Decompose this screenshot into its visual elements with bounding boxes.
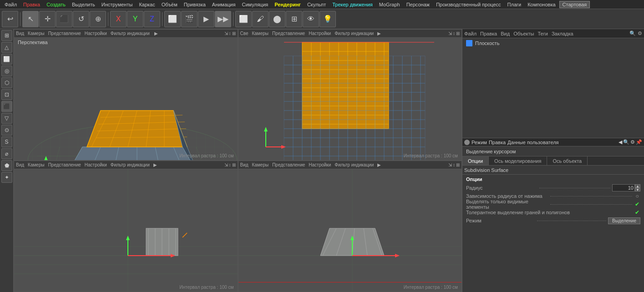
menu-simulation[interactable]: Симуляция [239,1,271,8]
axis-y-button[interactable]: Y [127,11,143,27]
move-button[interactable]: ✛ [39,11,56,27]
attr-pin-icon[interactable]: 📌 [636,139,642,145]
sidebar-btn-s[interactable]: S [1,136,12,147]
pressure-checkbox[interactable]: ○ [634,193,640,199]
menu-edit[interactable]: Правка [20,1,43,8]
menu-file[interactable]: Файл [2,1,20,8]
sidebar-btn-10[interactable]: ⬟ [1,160,12,171]
axis-z-button[interactable]: Z [144,11,160,27]
attr-search-icon[interactable]: 🔍 [623,139,629,145]
sidebar-btn-3[interactable]: ⬜ [1,54,12,65]
vp-tr-arrow[interactable]: ▶ [377,31,381,36]
attr-tab-modeling-axis[interactable]: Ось моделирования [489,156,547,165]
menu-select[interactable]: Выделить [69,1,98,8]
vp-br-menu-cameras[interactable]: Камеры [252,162,269,167]
vp-tl-icon-1[interactable]: ⇲ [224,31,228,36]
vp-bl-menu-represent[interactable]: Представление [48,162,81,167]
scene-button[interactable]: 👁 [303,11,319,27]
vp-bl-menu-settings[interactable]: Настройки [85,162,107,167]
menu-volume[interactable]: Объём [159,1,180,8]
axis-x-button[interactable]: X [110,11,127,27]
menu-layout[interactable]: Компоновка [525,1,558,8]
vp-tl-menu-view[interactable]: Вид [16,31,24,36]
vp-bl-menu-cameras[interactable]: Камеры [28,162,45,167]
sidebar-btn-7[interactable]: ▽ [1,113,12,124]
vp-tl-menu-represent[interactable]: Представление [48,31,81,36]
sidebar-btn-8[interactable]: ⊙ [1,125,12,136]
vp-bl-menu-view[interactable]: Вид [16,162,24,167]
vp-tl-arrow-right[interactable]: ▶ [154,31,158,36]
vp-br-icon-2[interactable]: ↕ [453,162,455,167]
light-button[interactable]: 💡 [319,11,336,27]
attr-back-icon[interactable]: ◀ [619,139,622,145]
rotate-button[interactable]: ↺ [73,11,89,27]
mode-select-button[interactable]: Выделение [608,217,640,224]
vp-bl-icon-3[interactable]: ⊞ [232,162,236,167]
menu-snap[interactable]: Привязка [181,1,208,8]
menu-wireframe[interactable]: Каркас [136,1,157,8]
rp-icon-2[interactable]: ⚙ [638,30,642,36]
vp-tr-icon-3[interactable]: ⊞ [456,31,460,36]
rp-menu-view[interactable]: Вид [501,31,510,36]
sidebar-btn-2[interactable]: △ [1,42,12,53]
menu-motion-tracker[interactable]: Трекер движения [330,1,375,8]
menu-mograph[interactable]: MoGraph [376,1,403,8]
vp-tr-icon-1[interactable]: ⇲ [448,31,452,36]
tolerant-checkbox[interactable]: ✔ [634,209,640,216]
sidebar-btn-4[interactable]: ◎ [1,65,12,76]
menu-startup[interactable]: Стартовая [559,1,590,8]
vp-br-arrow[interactable]: ▶ [377,162,381,167]
attr-tab-options[interactable]: Опции [462,156,489,165]
radius-input[interactable] [612,184,635,191]
menu-character[interactable]: Персонаж [404,1,432,8]
rp-menu-bookmark[interactable]: Закладка [552,31,573,36]
vp-br-menu-represent[interactable]: Представление [272,162,305,167]
vp-tr-icon-2[interactable]: ↕ [453,31,455,36]
paint-button[interactable]: 🖌 [252,11,269,27]
vp-br-menu-settings[interactable]: Настройки [309,162,331,167]
attr-gear-icon[interactable]: ⚙ [630,139,635,145]
sidebar-btn-6[interactable]: ⊡ [1,89,12,100]
undo-button[interactable]: ↩ [2,11,18,27]
scale-button[interactable]: ⬛ [56,11,72,27]
menu-animation[interactable]: Анимация [209,1,238,8]
vp-tr-menu-represent[interactable]: Представление [272,31,305,36]
render-region-button[interactable]: ▶ [198,11,214,27]
rp-menu-edit[interactable]: Правка [480,31,497,36]
transform-button[interactable]: ⊕ [90,11,106,27]
plane-tree-item[interactable]: Плоскость [462,38,644,48]
vp-bl-icon-2[interactable]: ↕ [229,162,231,167]
vp-tl-menu-filter[interactable]: Фильтр индикации [111,31,150,36]
menu-create[interactable]: Создать [44,1,68,8]
vp-br-menu-view[interactable]: Вид [240,162,248,167]
sidebar-btn-cube[interactable]: ⬛ [1,101,12,112]
vp-br-icon-1[interactable]: ⇲ [448,162,452,167]
rp-menu-file[interactable]: Файл [464,31,477,36]
magnet-button[interactable]: ⬤ [269,11,285,27]
radius-spin-down[interactable]: ▼ [635,188,640,191]
render-active-button[interactable]: ▶▶ [215,11,231,27]
menu-production[interactable]: Производственный процесс [433,1,503,8]
vp-tr-menu-cameras[interactable]: Камеры [252,31,269,36]
sidebar-btn-5[interactable]: ⬡ [1,77,12,88]
vp-bl-menu-filter[interactable]: Фильтр индикации [111,162,150,167]
rp-menu-tags[interactable]: Теги [538,31,548,36]
rp-menu-objects[interactable]: Объекты [513,31,534,36]
sidebar-btn-11[interactable]: ✦ [1,172,12,183]
cube-view-button[interactable]: ⬜ [235,11,252,27]
vp-tl-icon-2[interactable]: ↕ [229,31,231,36]
rp-search-icon[interactable]: 🔍 [629,30,636,36]
visible-checkbox[interactable]: ✔ [634,201,640,207]
sidebar-btn-1[interactable]: ⊞ [1,30,12,41]
vp-br-menu-filter[interactable]: Фильтр индикации [335,162,374,167]
object-button[interactable]: ⬜ [164,11,181,27]
vp-bl-arrow[interactable]: ▶ [153,162,157,167]
vp-tr-menu-settings[interactable]: Настройки [309,31,331,36]
grid-button[interactable]: ⊞ [286,11,302,27]
menu-render[interactable]: Рендеринг [272,1,304,8]
vp-br-icon-3[interactable]: ⊞ [456,162,460,167]
vp-tl-menu-cameras[interactable]: Камеры [28,31,45,36]
sidebar-btn-9[interactable]: ⌀ [1,148,12,159]
cursor-select-button[interactable]: ↖ [22,11,39,27]
vp-tl-menu-settings[interactable]: Настройки [85,31,107,36]
